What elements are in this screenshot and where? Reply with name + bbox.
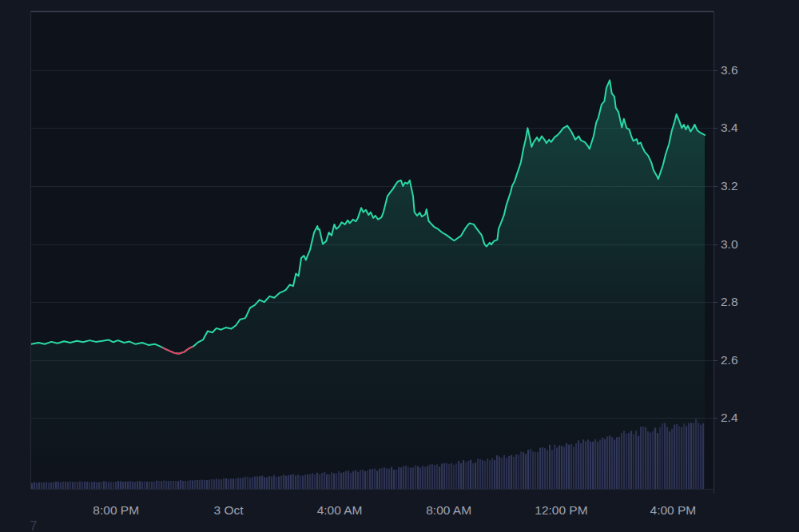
crypto-price-chart: 3.63.43.23.02.82.62.4 8:00 PM3 Oct4:00 A… [0,0,799,532]
y-axis-label: 2.4 [721,411,738,425]
chart-canvas[interactable] [0,0,799,532]
x-axis-label: 12:00 PM [535,503,587,518]
y-axis-label: 2.6 [721,353,738,367]
y-axis-label: 3.0 [721,237,738,252]
x-axis-label: 4:00 PM [650,503,697,518]
y-axis-label: 3.4 [721,121,738,135]
x-axis-label: 3 Oct [213,503,243,518]
y-axis-label: 2.8 [721,295,738,309]
x-axis-label: 8:00 PM [93,503,139,518]
x-axis-label: 4:00 AM [317,503,363,518]
partial-date-label: 7 [30,518,37,532]
x-axis-label: 8:00 AM [426,503,471,518]
y-axis-label: 3.6 [721,63,738,77]
y-axis-label: 3.2 [721,179,738,193]
